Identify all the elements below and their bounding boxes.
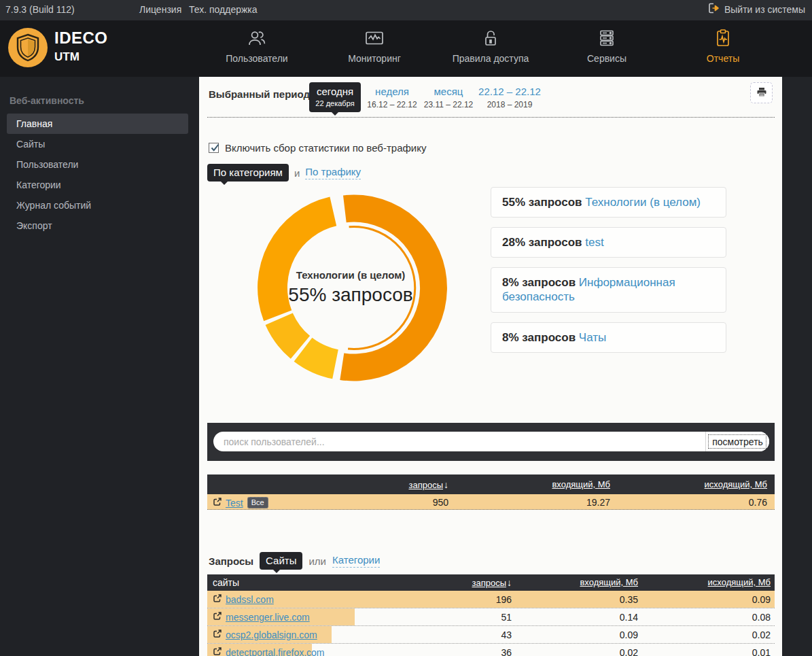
period-option-custom-range[interactable]: 22.12 – 22.122018 – 2019 (478, 86, 541, 109)
sort-desc-icon: ↓ (444, 479, 448, 490)
requests-value: 36 (501, 647, 512, 656)
outgoing-value: 0.09 (752, 594, 771, 605)
license-link[interactable]: Лицензия (139, 4, 181, 15)
tab-by-categories[interactable]: По категориям (207, 164, 289, 182)
nav-item-monitoring[interactable]: Мониторинг (323, 29, 425, 64)
outgoing-value: 0.76 (749, 497, 767, 508)
site-link[interactable]: badssl.com (226, 594, 274, 605)
sites-table-header: сайты запросы↓ входящий, Мб исходящий, М… (207, 574, 775, 591)
period-option-dates: 2018 – 2019 (478, 100, 541, 109)
requests-label: Запросы (209, 555, 253, 567)
support-link[interactable]: Тех. поддержка (189, 4, 258, 15)
all-badge[interactable]: Все (247, 497, 268, 508)
tab-pointer-arrow (273, 570, 280, 573)
search-input[interactable] (213, 432, 705, 451)
column-sites: сайты (213, 577, 239, 588)
stats-checkbox[interactable]: Включить сбор статистики по веб-трафику (209, 142, 426, 154)
period-option-today[interactable]: сегодня22 декабря (309, 82, 361, 112)
requests-section-header: Запросы Сайты или Категории (209, 552, 380, 570)
column-incoming[interactable]: входящий, Мб (552, 479, 610, 489)
period-option-title: 22.12 – 22.12 (478, 86, 541, 97)
nav-item-services[interactable]: Сервисы (556, 29, 658, 64)
external-link-icon[interactable] (213, 498, 222, 508)
period-option-month[interactable]: месяц23.11 – 22.12 (424, 86, 474, 109)
sidebar-item-home[interactable]: Главная (7, 114, 188, 134)
column-incoming[interactable]: входящий, Мб (580, 577, 638, 587)
site-link[interactable]: messenger.live.com (226, 612, 310, 623)
tab-sites[interactable]: Сайты (260, 552, 302, 570)
table-row: TestВсе95019.270.76 (207, 494, 775, 510)
categories-donut-chart[interactable]: Технологии (в целом) 55% запросов (248, 185, 453, 390)
users-table: запросы↓ входящий, Мб исходящий, Мб Test… (207, 474, 775, 510)
sidebar-item-export[interactable]: Экспорт (7, 215, 188, 236)
donut-slice[interactable] (258, 197, 336, 322)
column-requests[interactable]: запросы↓ (472, 577, 512, 588)
column-requests[interactable]: запросы↓ (408, 479, 448, 490)
sidebar-item-sites[interactable]: Сайты (7, 134, 188, 154)
column-outgoing[interactable]: исходящий, Мб (708, 577, 771, 587)
incoming-value: 0.09 (620, 629, 638, 640)
sidebar-item-users[interactable]: Пользователи (7, 154, 188, 175)
table-row: messenger.live.com510.140.08 (207, 608, 775, 626)
period-option-title: месяц (424, 86, 474, 97)
site-link[interactable]: detectportal.firefox.com (226, 647, 325, 656)
legend-category-link[interactable]: Чаты (579, 331, 606, 344)
nav-item-reports[interactable]: Отчеты (672, 29, 774, 64)
tabs-conjunction: и (294, 167, 300, 179)
selected-pointer-arrow (332, 112, 338, 116)
period-option-title: сегодня (309, 86, 361, 97)
users-table-header: запросы↓ входящий, Мб исходящий, Мб (207, 474, 775, 494)
print-button[interactable] (750, 82, 773, 103)
legend-category-link[interactable]: Технологии (в целом) (585, 196, 701, 209)
external-link-icon[interactable] (213, 629, 222, 640)
view-button[interactable]: посмотреть (705, 432, 769, 451)
incoming-value: 19.27 (586, 497, 610, 508)
requests-value: 51 (501, 612, 512, 623)
site-cell: detectportal.firefox.com (213, 647, 325, 656)
outgoing-value: 0.01 (752, 647, 771, 656)
period-option-dates: 22 декабря (309, 99, 361, 107)
incoming-value: 0.02 (620, 647, 638, 656)
sidebar-item-categories[interactable]: Категории (7, 175, 188, 195)
outgoing-value: 0.02 (752, 629, 771, 640)
top-bar: 7.9.3 (Build 112) ЛицензияТех. поддержка… (0, 0, 812, 20)
checkbox-icon[interactable] (209, 143, 219, 153)
period-option-week[interactable]: неделя16.12 – 22.12 (367, 86, 417, 109)
external-link-icon[interactable] (213, 594, 222, 605)
legend-item: 8% запросов Информационная безопасность (491, 267, 726, 313)
users-icon (206, 29, 308, 48)
external-link-icon[interactable] (213, 647, 222, 656)
nav-item-access-rules[interactable]: Правила доступа (440, 29, 542, 64)
legend-value: 55% запросов (502, 196, 585, 209)
incoming-value: 0.35 (620, 594, 638, 605)
legend-value: 8% запросов (502, 331, 579, 344)
user-link[interactable]: Test (226, 498, 243, 508)
reports-icon (672, 29, 774, 48)
donut-slice[interactable] (340, 194, 447, 381)
legend-value: 28% запросов (502, 236, 585, 249)
tab-by-traffic[interactable]: По трафику (305, 166, 361, 179)
sidebar-menu: ГлавнаяСайтыПользователиКатегорииЖурнал … (0, 114, 199, 236)
legend-category-link[interactable]: test (585, 236, 603, 249)
logout-label: Выйти из системы (724, 4, 805, 15)
main-header: IDECO UTM ПользователиМониторингПравила … (0, 20, 812, 77)
external-link-icon[interactable] (213, 612, 222, 623)
logout-icon (708, 3, 720, 16)
requests-value: 950 (433, 497, 448, 508)
requests-value: 43 (501, 629, 512, 640)
logout-button[interactable]: Выйти из системы (708, 3, 805, 16)
site-cell: messenger.live.com (213, 612, 310, 623)
outgoing-value: 0.08 (752, 612, 771, 623)
lock-icon (440, 29, 542, 48)
requests-bar (207, 591, 775, 608)
services-icon (556, 29, 658, 48)
sidebar-item-event-log[interactable]: Журнал событий (7, 195, 188, 215)
nav-item-users[interactable]: Пользователи (206, 29, 308, 64)
column-outgoing[interactable]: исходящий, Мб (705, 479, 767, 489)
period-label: Выбранный период: (209, 88, 313, 100)
tab-pointer-arrow (221, 182, 228, 185)
table-row: badssl.com1960.350.09 (207, 591, 775, 608)
tab-categories[interactable]: Категории (332, 554, 380, 568)
site-link[interactable]: ocsp2.globalsign.com (226, 629, 317, 640)
search-pill: посмотреть (213, 432, 769, 451)
